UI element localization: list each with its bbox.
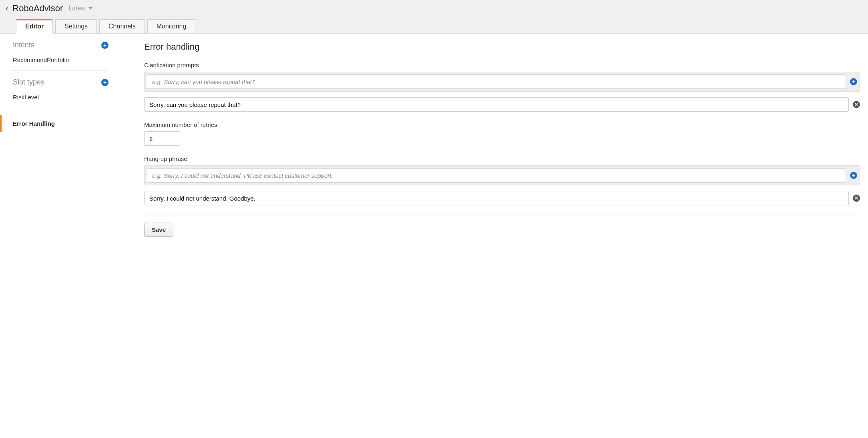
sidebar-intent-item[interactable]: RecommendPortfolio [0, 52, 120, 67]
hangup-template-input[interactable] [147, 168, 846, 183]
clarification-value-input[interactable] [144, 97, 849, 112]
intents-header: Intents + [0, 41, 120, 52]
header-top: ‹ RoboAdvisor Latest [5, 0, 863, 19]
retries-label: Maximum number of retries [144, 121, 860, 128]
tabs: Editor Settings Channels Monitoring [5, 19, 863, 34]
sidebar: Intents + RecommendPortfolio Slot types … [0, 34, 120, 436]
back-icon[interactable]: ‹ [6, 4, 8, 13]
clarification-label: Clarification prompts [144, 62, 860, 68]
version-dropdown[interactable]: Latest [68, 5, 92, 12]
save-row: Save [144, 215, 860, 237]
remove-clarification-icon[interactable]: ✕ [853, 101, 860, 108]
clarification-value-row: ✕ [144, 97, 860, 112]
add-hangup-icon[interactable]: + [850, 172, 857, 179]
hangup-value-row: ✕ [144, 191, 860, 205]
hangup-template-row: + [144, 165, 860, 185]
add-intent-icon[interactable]: + [101, 42, 108, 49]
divider [11, 108, 108, 108]
tab-channels[interactable]: Channels [99, 19, 145, 34]
header-bar: ‹ RoboAdvisor Latest Editor Settings Cha… [0, 0, 868, 34]
save-button[interactable]: Save [144, 223, 173, 237]
main-panel: Error handling Clarification prompts + ✕… [120, 34, 868, 436]
remove-hangup-icon[interactable]: ✕ [853, 195, 860, 202]
divider [11, 70, 108, 71]
sidebar-slot-type-item[interactable]: RiskLevel [0, 90, 120, 104]
slot-types-header: Slot types + [0, 78, 120, 90]
slot-types-heading: Slot types [13, 78, 44, 86]
body: Intents + RecommendPortfolio Slot types … [0, 34, 868, 436]
retries-input[interactable] [144, 131, 180, 146]
chevron-down-icon [88, 7, 92, 10]
sidebar-error-handling[interactable]: Error Handling [0, 115, 120, 132]
hangup-label: Hang-up phrase [144, 155, 860, 162]
tab-settings[interactable]: Settings [55, 19, 97, 34]
tab-editor[interactable]: Editor [16, 19, 53, 34]
version-label: Latest [68, 5, 86, 12]
hangup-value-input[interactable] [144, 191, 849, 205]
intents-heading: Intents [13, 41, 34, 49]
tab-monitoring[interactable]: Monitoring [147, 19, 196, 34]
clarification-template-row: + [144, 72, 860, 92]
add-clarification-icon[interactable]: + [850, 78, 857, 85]
app-title: RoboAdvisor [12, 3, 63, 14]
page-title: Error handling [144, 42, 860, 52]
add-slot-type-icon[interactable]: + [101, 79, 108, 86]
clarification-template-input[interactable] [147, 74, 846, 89]
